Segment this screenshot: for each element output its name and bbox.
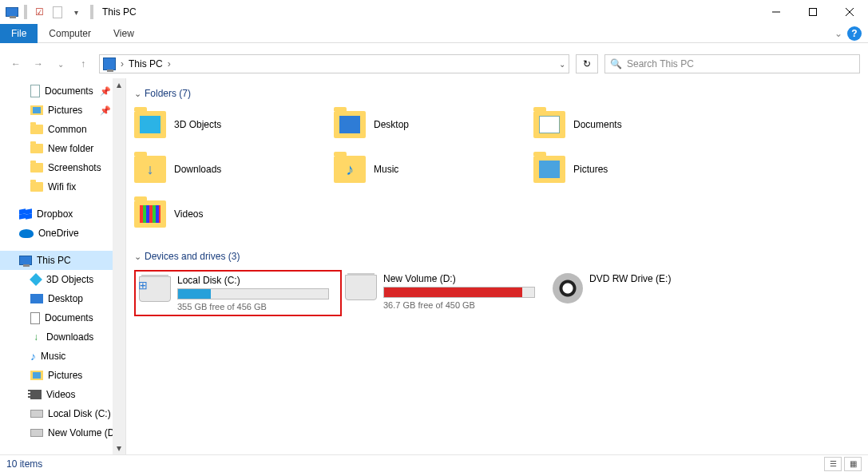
address-bar[interactable]: › This PC › ⌄ <box>99 54 569 73</box>
up-button[interactable]: ↑ <box>73 54 93 73</box>
help-button[interactable]: ? <box>847 26 862 41</box>
pc-icon[interactable] <box>3 3 21 21</box>
sidebar-item[interactable]: OneDrive <box>0 224 125 243</box>
folder-item[interactable]: Desktop <box>334 107 533 142</box>
view-details-button[interactable]: ☰ <box>824 457 842 471</box>
folder-item[interactable]: Music <box>334 152 533 187</box>
qat-newfolder-icon[interactable] <box>49 3 66 21</box>
scroll-down-icon[interactable]: ▾ <box>113 442 125 454</box>
ribbon-expand-icon[interactable]: ⌄ <box>834 28 842 39</box>
group-header-drives[interactable]: ⌄ Devices and drives (3) <box>134 248 860 270</box>
collapse-icon[interactable]: ⌄ <box>134 89 141 99</box>
group-header-folders[interactable]: ⌄ Folders (7) <box>134 85 860 107</box>
sidebar-item[interactable]: Desktop <box>0 289 125 308</box>
folder-icon <box>30 125 43 134</box>
content-area: ⌄ Folders (7) 3D ObjectsDesktopDocuments… <box>126 78 868 454</box>
breadcrumb[interactable]: This PC <box>125 58 166 69</box>
maximize-button[interactable] <box>795 0 831 24</box>
sidebar-item[interactable]: 3D Objects <box>0 270 125 289</box>
folder-item[interactable]: Downloads <box>134 152 334 187</box>
recent-locations-button[interactable]: ⌄ <box>51 54 70 73</box>
folder-label: Downloads <box>174 164 221 175</box>
folder-icon <box>334 111 366 138</box>
sidebar-scrollbar[interactable]: ▴ ▾ <box>113 78 125 454</box>
disk-icon <box>30 429 43 437</box>
status-text: 10 items <box>6 458 42 470</box>
pin-icon: 📌 <box>100 86 111 97</box>
navigation-bar: ← → ⌄ ↑ › This PC › ⌄ ↻ 🔍 Search This PC <box>0 50 868 78</box>
sidebar-item-label: Pictures <box>48 370 82 381</box>
sidebar-item-label: Desktop <box>48 293 83 304</box>
drive-item[interactable]: New Volume (D:)36.7 GB free of 450 GB <box>342 270 549 316</box>
drive-label: DVD RW Drive (E:) <box>589 273 754 284</box>
sidebar-item[interactable]: This PC <box>0 251 125 270</box>
pc-icon <box>19 256 32 265</box>
sidebar-item[interactable]: Documents📌 <box>0 81 125 101</box>
pictures-icon <box>30 105 43 115</box>
folder-label: Desktop <box>374 119 409 130</box>
address-pc-icon <box>103 58 116 70</box>
disk-icon <box>30 410 43 418</box>
sidebar-item[interactable]: Wifi fix <box>0 177 125 196</box>
sidebar-item[interactable]: Dropbox <box>0 204 125 224</box>
drive-item[interactable]: Local Disk (C:)355 GB free of 456 GB <box>134 270 342 316</box>
sidebar-item[interactable]: Pictures📌 <box>0 101 125 120</box>
folder-item[interactable]: Pictures <box>533 152 733 187</box>
folder-label: 3D Objects <box>174 119 221 130</box>
sidebar-item-label: Documents <box>45 312 93 323</box>
folder-icon <box>533 156 565 183</box>
qat-customize-icon[interactable]: ▾ <box>67 3 85 21</box>
scroll-up-icon[interactable]: ▴ <box>113 78 125 91</box>
drive-free-text: 355 GB free of 456 GB <box>177 302 337 311</box>
sidebar-item[interactable]: Screenshots <box>0 158 125 177</box>
breadcrumb-sep-icon[interactable]: › <box>166 58 172 69</box>
tab-view[interactable]: View <box>102 24 145 43</box>
close-button[interactable] <box>831 0 868 24</box>
file-tab[interactable]: File <box>0 24 38 43</box>
sidebar-item[interactable]: New folder <box>0 139 125 158</box>
collapse-icon[interactable]: ⌄ <box>134 252 141 262</box>
sidebar-item[interactable]: Pictures <box>0 366 125 385</box>
minimize-button[interactable] <box>758 0 795 24</box>
folder-icon <box>134 111 166 138</box>
dvd-icon <box>553 273 583 303</box>
folder-item[interactable]: Documents <box>533 107 733 142</box>
folder-item[interactable]: Videos <box>134 196 334 232</box>
refresh-button[interactable]: ↻ <box>576 54 598 73</box>
folder-icon <box>30 163 43 173</box>
sidebar-item-label: Music <box>41 351 65 362</box>
sidebar-item-label: New Volume (D:) <box>48 427 121 438</box>
document-icon <box>30 85 40 97</box>
drive-label: Local Disk (C:) <box>177 275 337 286</box>
sidebar-item[interactable]: Videos <box>0 385 125 404</box>
sidebar-item[interactable]: Documents <box>0 308 125 327</box>
folder-icon <box>30 182 43 192</box>
pin-icon: 📌 <box>100 105 111 116</box>
forward-button[interactable]: → <box>29 54 48 73</box>
folder-icon <box>334 156 366 183</box>
videos-icon <box>30 390 42 399</box>
drive-label: New Volume (D:) <box>383 273 546 284</box>
folder-label: Music <box>374 164 398 175</box>
sidebar-item-label: Screenshots <box>48 162 101 173</box>
title-bar: ☑ ▾ This PC <box>0 0 868 24</box>
address-dropdown-icon[interactable]: ⌄ <box>559 60 565 69</box>
tab-computer[interactable]: Computer <box>38 24 102 43</box>
sidebar-item[interactable]: ♪Music <box>0 347 125 366</box>
back-button[interactable]: ← <box>6 54 26 73</box>
search-icon: 🔍 <box>610 58 622 69</box>
breadcrumb-sep-icon[interactable]: › <box>119 58 125 69</box>
folder-icon <box>533 111 565 138</box>
folder-label: Videos <box>174 208 203 220</box>
sidebar-item[interactable]: Common <box>0 120 125 139</box>
sidebar-item[interactable]: New Volume (D:) <box>0 423 125 442</box>
search-placeholder: Search This PC <box>627 58 694 69</box>
sidebar-item[interactable]: ↓Downloads <box>0 327 125 347</box>
sidebar-item[interactable]: Local Disk (C:) <box>0 404 125 423</box>
sidebar-item-label: Local Disk (C:) <box>48 408 111 419</box>
view-large-button[interactable]: ▦ <box>844 457 862 471</box>
qat-properties-icon[interactable]: ☑ <box>30 3 48 21</box>
folder-item[interactable]: 3D Objects <box>134 107 334 142</box>
drive-item[interactable]: DVD RW Drive (E:) <box>549 270 757 316</box>
search-input[interactable]: 🔍 Search This PC <box>604 54 860 73</box>
